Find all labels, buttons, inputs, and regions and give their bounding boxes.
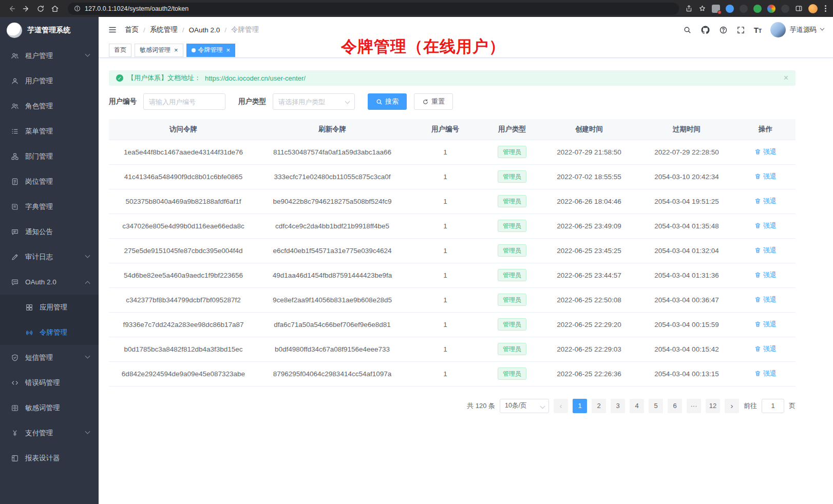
force-logout-link[interactable]: 强退: [754, 295, 777, 304]
split-view-icon[interactable]: [795, 5, 803, 12]
alert-close-icon[interactable]: ×: [784, 74, 788, 82]
action-cell: 强退: [735, 140, 796, 164]
breadcrumb-item[interactable]: OAuth 2.0: [189, 26, 220, 34]
user-type-select-input[interactable]: [273, 93, 355, 110]
user-type-tag: 管理员: [498, 220, 526, 232]
browser-menu-icon[interactable]: [823, 5, 828, 12]
sidebar-item-errcode[interactable]: 错误码管理: [0, 370, 99, 395]
browser-forward-icon[interactable]: [20, 2, 33, 15]
refresh-token-cell: be90422b8c7946218275a508bf524fc9: [258, 189, 407, 214]
sidebar-item-notice[interactable]: 通知公告: [0, 219, 99, 244]
force-logout-link[interactable]: 强退: [754, 344, 777, 354]
sidebar-item-tenant[interactable]: 租户管理: [0, 43, 99, 68]
pagination-page-5[interactable]: 5: [649, 399, 663, 413]
column-header: 刷新令牌: [258, 119, 407, 140]
reset-button[interactable]: 重置: [414, 93, 453, 110]
tab-home[interactable]: 首页: [109, 44, 131, 57]
user-id-cell: 1: [407, 214, 484, 238]
github-icon[interactable]: [701, 25, 710, 35]
pagination-total: 共 120 条: [467, 401, 495, 411]
sidebar-item-sensitive-word[interactable]: 敏感词管理: [0, 395, 99, 420]
create-time-cell: 2022-07-02 18:55:55: [540, 164, 638, 189]
access-token-cell: c347026e805e4d99b0d116eae66eda8c: [109, 214, 258, 238]
sensitive-icon: [11, 404, 19, 412]
site-info-icon[interactable]: [74, 5, 81, 12]
browser-back-icon[interactable]: [5, 2, 18, 15]
sidebar-item-user[interactable]: 用户管理: [0, 68, 99, 93]
force-logout-link[interactable]: 强退: [754, 246, 777, 255]
tab-close-icon[interactable]: ×: [226, 47, 231, 53]
sidebar-item-report[interactable]: 报表设计器: [0, 445, 99, 471]
force-logout-link[interactable]: 强退: [754, 221, 777, 230]
breadcrumb-item[interactable]: 系统管理: [150, 25, 178, 34]
font-size-icon[interactable]: TT: [754, 26, 762, 34]
force-logout-link[interactable]: 强退: [754, 270, 777, 280]
force-logout-label: 强退: [763, 147, 777, 157]
pagination-goto-input[interactable]: [762, 399, 784, 413]
share-icon[interactable]: [685, 5, 693, 12]
app-logo-row[interactable]: 芋道管理系统: [0, 17, 99, 43]
extension-dark-icon[interactable]: [740, 5, 748, 13]
action-cell: 强退: [735, 337, 796, 361]
collapse-sidebar-icon[interactable]: [108, 25, 117, 34]
pagination-page-4[interactable]: 4: [630, 399, 644, 413]
pagination-page-6[interactable]: 6: [668, 399, 682, 413]
sidebar-item-label: 错误码管理: [25, 378, 60, 387]
user-menu[interactable]: 芋道源码: [770, 22, 824, 37]
browser-profile-avatar[interactable]: [808, 4, 818, 13]
delete-icon: [754, 173, 761, 180]
extension-green-icon[interactable]: [753, 5, 762, 13]
force-logout-link[interactable]: 强退: [754, 147, 777, 157]
sidebar-item-label: 支付管理: [25, 429, 53, 438]
sidebar-item-oauth2[interactable]: OAuth 2.0: [0, 269, 99, 295]
extension-blue-icon[interactable]: [726, 5, 734, 13]
extension-puzzle-icon[interactable]: [712, 5, 720, 13]
sidebar-item-role[interactable]: 角色管理: [0, 93, 99, 119]
user-type-select[interactable]: [273, 93, 355, 110]
sidebar-item-dept[interactable]: 部门管理: [0, 144, 99, 169]
user-icon: [11, 77, 19, 85]
bookmark-star-icon[interactable]: [698, 5, 706, 12]
sidebar-item-pay[interactable]: 支付管理: [0, 420, 99, 445]
address-bar[interactable]: 127.0.0.1:1024/system/oauth2/token: [68, 3, 679, 15]
force-logout-link[interactable]: 强退: [754, 172, 777, 181]
sidebar-item-audit[interactable]: 审计日志: [0, 244, 99, 269]
pagination-next-button[interactable]: ›: [725, 399, 739, 413]
user-id-cell: 1: [407, 337, 484, 361]
extension-dark2-icon[interactable]: [781, 5, 789, 13]
table-header-row: 访问令牌刷新令牌用户编号用户类型创建时间过期时间操作: [109, 119, 796, 140]
sidebar-item-post[interactable]: 岗位管理: [0, 169, 99, 194]
access-token-cell: 54d6be82ee5a460a9aedc1f9bf223656: [109, 263, 258, 287]
breadcrumb-separator: /: [182, 26, 184, 34]
sidebar-item-menu[interactable]: 菜单管理: [0, 119, 99, 144]
alert-link[interactable]: https://doc.iocoder.cn/user-center/: [205, 74, 306, 82]
chevron-down-icon: [85, 52, 90, 57]
search-button[interactable]: 搜索: [368, 93, 407, 110]
sidebar-item-dict[interactable]: 字典管理: [0, 194, 99, 219]
user-id-input[interactable]: [143, 93, 225, 110]
browser-home-icon[interactable]: [48, 2, 62, 15]
extension-colorful-icon[interactable]: [767, 5, 775, 13]
breadcrumb-item[interactable]: 首页: [125, 25, 139, 34]
tab-oauth2-token[interactable]: 令牌管理×: [186, 44, 236, 57]
browser-reload-icon[interactable]: [34, 2, 47, 15]
force-logout-link[interactable]: 强退: [754, 197, 777, 206]
pagination-page-2[interactable]: 2: [592, 399, 606, 413]
pagination-page-1[interactable]: 1: [573, 399, 587, 413]
sidebar-item-oauth2-token[interactable]: 令牌管理: [0, 320, 99, 345]
tab-close-icon[interactable]: ×: [174, 47, 178, 53]
pagination-prev-button[interactable]: ‹: [554, 399, 568, 413]
search-icon[interactable]: [683, 26, 692, 34]
force-logout-link[interactable]: 强退: [754, 369, 777, 378]
force-logout-link[interactable]: 强退: [754, 320, 777, 329]
pagination-page-3[interactable]: 3: [611, 399, 625, 413]
tab-sensitive-word[interactable]: 敏感词管理×: [135, 44, 183, 57]
pagination-page-12[interactable]: 12: [706, 399, 720, 413]
sidebar-item-oauth2-app[interactable]: 应用管理: [0, 295, 99, 320]
sidebar-item-sms[interactable]: 短信管理: [0, 345, 99, 370]
page-size-select[interactable]: 10条/页: [500, 399, 549, 413]
help-icon[interactable]: [719, 26, 728, 34]
fullscreen-icon[interactable]: [736, 26, 745, 34]
table-row: 1ea5e44f8bc1467aaede43144f31de76811c5304…: [109, 140, 796, 164]
pagination-ellipsis[interactable]: ···: [687, 399, 701, 413]
